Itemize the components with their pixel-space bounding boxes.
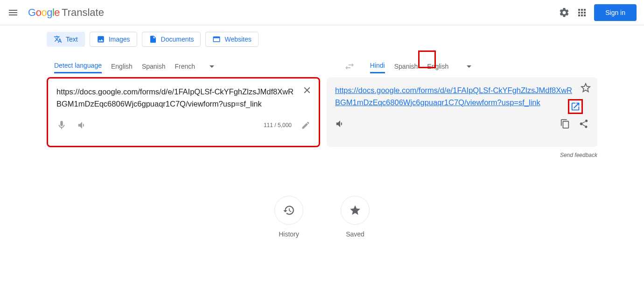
star-icon[interactable] xyxy=(581,83,591,93)
target-footer xyxy=(335,119,589,129)
char-count: 111 / 5,000 xyxy=(264,122,292,129)
lang-english[interactable]: English xyxy=(111,60,133,73)
tab-websites-label: Websites xyxy=(224,36,251,43)
tab-images[interactable]: Images xyxy=(90,32,137,47)
source-box: https://docs.google.com/forms/d/e/1FAIpQ… xyxy=(47,77,320,147)
logo[interactable]: Google Translate xyxy=(28,7,104,19)
tab-documents[interactable]: Documents xyxy=(142,32,201,47)
top-bar: Google Translate Sign in xyxy=(0,0,644,25)
lang-spanish-t[interactable]: Spanish xyxy=(394,60,418,73)
source-lang-list: Detect language English Spanish French xyxy=(47,55,225,77)
close-icon[interactable] xyxy=(302,85,312,95)
chevron-down-icon[interactable] xyxy=(206,61,217,72)
tab-text[interactable]: Text xyxy=(47,32,85,47)
share-icon[interactable] xyxy=(579,119,589,129)
swap-icon[interactable] xyxy=(344,61,355,72)
apps-icon[interactable] xyxy=(576,7,588,18)
send-feedback[interactable]: Send feedback xyxy=(47,152,597,158)
website-icon xyxy=(212,35,221,43)
target-link[interactable]: https://docs.google.com/forms/d/e/1FAIpQ… xyxy=(335,86,572,107)
tab-images-label: Images xyxy=(109,36,130,43)
mode-tabs: Text Images Documents Websites xyxy=(47,32,597,47)
signin-button[interactable]: Sign in xyxy=(594,4,637,21)
history-button[interactable]: History xyxy=(274,196,303,238)
source-footer: 111 / 5,000 xyxy=(56,120,310,130)
menu-icon[interactable] xyxy=(7,7,19,18)
speaker-icon[interactable] xyxy=(335,119,345,129)
tab-documents-label: Documents xyxy=(161,36,194,43)
mic-icon[interactable] xyxy=(56,120,67,130)
main: Text Images Documents Websites Detect la… xyxy=(0,25,644,238)
copy-icon[interactable] xyxy=(560,119,570,129)
edit-icon[interactable] xyxy=(301,121,310,130)
tab-websites[interactable]: Websites xyxy=(205,32,258,47)
lang-spanish[interactable]: Spanish xyxy=(142,60,166,73)
saved-label: Saved xyxy=(341,230,370,238)
open-link-button[interactable] xyxy=(570,101,581,112)
document-icon xyxy=(149,35,157,43)
lang-french[interactable]: French xyxy=(175,60,195,73)
gear-icon[interactable] xyxy=(559,7,570,18)
lang-detect[interactable]: Detect language xyxy=(54,59,102,73)
image-icon xyxy=(97,35,105,43)
language-row: Detect language English Spanish French H… xyxy=(47,55,597,77)
chevron-down-icon[interactable] xyxy=(463,61,475,72)
target-lang-list: Hindi Spanish English xyxy=(359,55,482,77)
target-box: https://docs.google.com/forms/d/e/1FAIpQ… xyxy=(327,77,597,147)
star-filled-icon xyxy=(349,204,361,216)
translate-icon xyxy=(54,35,62,43)
history-label: History xyxy=(274,230,303,238)
saved-button[interactable]: Saved xyxy=(341,196,370,238)
tab-text-label: Text xyxy=(66,36,78,43)
history-icon xyxy=(283,204,295,216)
source-text[interactable]: https://docs.google.com/forms/d/e/1FAIpQ… xyxy=(56,86,310,110)
app-title: Translate xyxy=(62,7,104,19)
bottom-actions: History Saved xyxy=(47,196,597,238)
speaker-icon[interactable] xyxy=(77,120,87,130)
translate-boxes: https://docs.google.com/forms/d/e/1FAIpQ… xyxy=(47,77,597,147)
target-text: https://docs.google.com/forms/d/e/1FAIpQ… xyxy=(335,85,589,108)
lang-english-t[interactable]: English xyxy=(427,60,448,73)
lang-hindi[interactable]: Hindi xyxy=(370,59,385,73)
